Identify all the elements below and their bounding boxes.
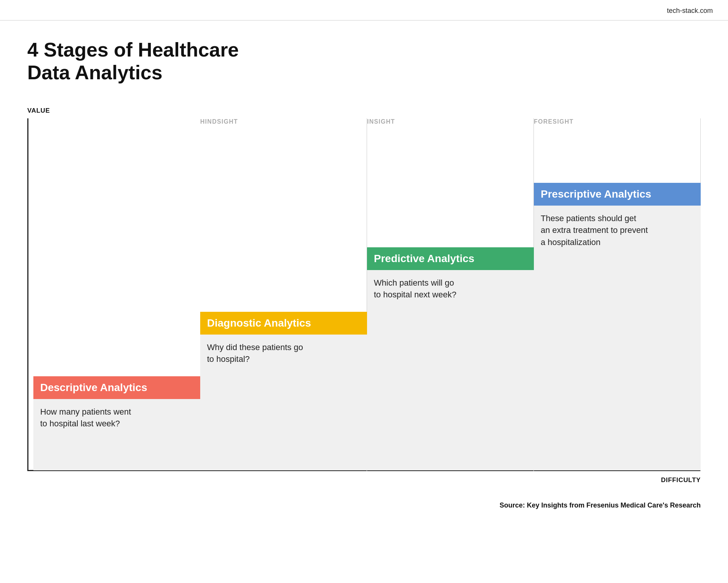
prescriptive-desc-text: These patients should getan extra treatm…	[541, 214, 648, 247]
descriptive-desc: How many patients wentto hospital last w…	[33, 399, 200, 470]
predictive-label-bar: Predictive Analytics	[367, 247, 534, 270]
predictive-block: Predictive Analytics Which patients will…	[367, 247, 534, 471]
col-descriptive: Descriptive Analytics How many patients …	[33, 118, 200, 471]
col-diagnostic: HINDSIGHT Diagnostic Analytics Why did t…	[200, 118, 367, 471]
predictive-desc: Which patients will goto hospital next w…	[367, 270, 534, 470]
y-axis-line	[27, 118, 28, 471]
prescriptive-block: Prescriptive Analytics These patients sh…	[534, 183, 701, 471]
source-citation: Source: Key Insights from Fresenius Medi…	[0, 490, 728, 525]
x-axis-label: DIFFICULTY	[661, 476, 701, 484]
diagnostic-title: Diagnostic Analytics	[207, 317, 311, 329]
col-predictive: INSIGHT Predictive Analytics Which patie…	[367, 118, 534, 471]
site-url: tech-stack.com	[667, 7, 713, 15]
descriptive-label-bar: Descriptive Analytics	[33, 376, 200, 399]
columns-container: Descriptive Analytics How many patients …	[33, 118, 701, 471]
diagnostic-desc-text: Why did these patients goto hospital?	[207, 343, 303, 364]
descriptive-block: Descriptive Analytics How many patients …	[33, 376, 200, 471]
title-line2: Data Analytics	[27, 61, 701, 84]
diagnostic-label-bar: Diagnostic Analytics	[200, 312, 367, 335]
col2-header: HINDSIGHT	[200, 118, 238, 125]
prescriptive-label-bar: Prescriptive Analytics	[534, 183, 701, 206]
col4-header: FORESIGHT	[534, 118, 574, 125]
predictive-title: Predictive Analytics	[374, 253, 474, 264]
chart-container: DIFFICULTY Descriptive Analytics How man…	[27, 118, 701, 490]
descriptive-desc-text: How many patients wentto hospital last w…	[40, 407, 131, 429]
predictive-desc-text: Which patients will goto hospital next w…	[374, 278, 457, 300]
chart-area: VALUE DIFFICULTY Descriptive Analytics H…	[0, 92, 728, 490]
y-axis-label: VALUE	[27, 107, 701, 115]
diagnostic-block: Diagnostic Analytics Why did these patie…	[200, 312, 367, 471]
diagnostic-desc: Why did these patients goto hospital?	[200, 335, 367, 470]
col-prescriptive: FORESIGHT Prescriptive Analytics These p…	[534, 118, 701, 471]
title-line1: 4 Stages of Healthcare	[27, 39, 701, 61]
descriptive-title: Descriptive Analytics	[40, 382, 147, 393]
prescriptive-desc: These patients should getan extra treatm…	[534, 206, 701, 470]
page-header: tech-stack.com	[0, 0, 728, 20]
col3-header: INSIGHT	[367, 118, 395, 125]
prescriptive-title: Prescriptive Analytics	[541, 188, 651, 200]
page-title: 4 Stages of Healthcare Data Analytics	[0, 20, 728, 92]
